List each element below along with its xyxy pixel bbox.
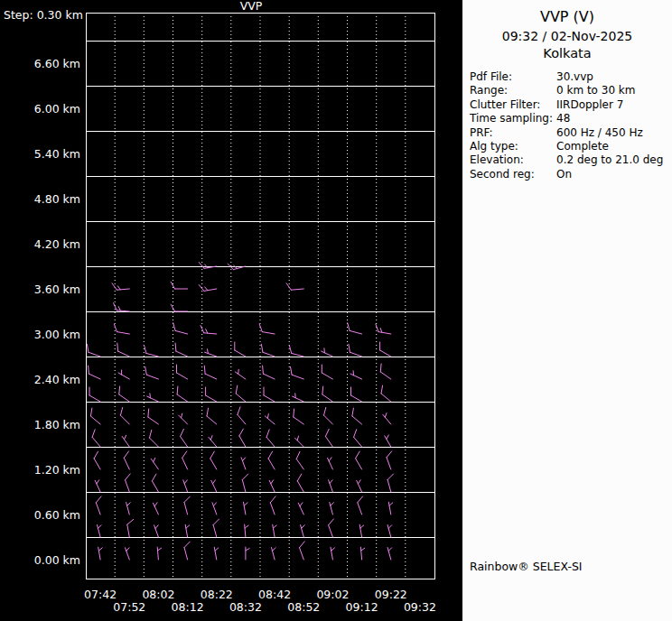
param-row-range: Range:0 km to 30 km [470, 84, 672, 97]
wind-barb [201, 326, 217, 334]
wind-barb [236, 385, 246, 402]
wind-barb [296, 451, 303, 469]
wind-barb [204, 366, 217, 379]
wind-barb [239, 429, 246, 447]
param-label: Time sampling: [470, 112, 556, 125]
y-tick-label: 1.20 km [34, 463, 80, 477]
wind-barb [356, 451, 362, 469]
wind-barb [381, 385, 391, 402]
wind-barb [273, 524, 277, 537]
y-tick-label: 0.60 km [34, 508, 80, 522]
wind-barb [147, 394, 159, 402]
wind-barb [264, 387, 275, 402]
param-row-second-reg: Second reg:On [470, 168, 672, 181]
wind-barb [122, 435, 129, 447]
radar-site-name: Kolkata [462, 46, 672, 60]
wind-barb [269, 480, 275, 492]
product-title: VVP (V) [462, 0, 672, 25]
wind-barb [89, 387, 100, 402]
vendor-brand-text: Rainbow® SELEX-SI [470, 560, 583, 573]
y-tick-label: 3.60 km [34, 283, 80, 296]
wind-profile-plot-panel: VVPStep: 0.30 km6.60 km6.00 km5.40 km4.8… [0, 0, 462, 621]
wind-barb [330, 503, 334, 515]
wind-barb [387, 525, 392, 538]
wind-barb [246, 547, 249, 560]
x-tick-label: 08:02 [142, 588, 174, 601]
param-row-prf: PRF:600 Hz / 450 Hz [470, 126, 672, 140]
wind-barb [199, 285, 217, 292]
param-row-pdf-file: Pdf File:30.vvp [470, 70, 672, 84]
y-tick-label: 1.80 km [34, 418, 80, 431]
wind-barb [329, 519, 334, 537]
vvp-application-window: VVPStep: 0.30 km6.60 km6.00 km5.40 km4.8… [0, 0, 672, 621]
wind-barb [291, 366, 304, 379]
x-tick-label: 08:42 [258, 588, 291, 601]
wind-barb [387, 548, 392, 561]
wind-barb [211, 480, 217, 492]
wind-barb [349, 344, 362, 357]
wind-barb [120, 407, 129, 424]
wind-barb [376, 324, 391, 334]
product-info-panel: VVP (V) 09:32 / 02-Nov-2025 Kolkata Pdf … [462, 0, 672, 621]
wind-barb [150, 430, 159, 447]
wind-barb [205, 349, 217, 357]
wind-barb [352, 408, 362, 424]
x-tick-label: 08:32 [229, 600, 262, 614]
wind-barb [387, 451, 392, 469]
wind-barb [181, 429, 188, 447]
wind-barb [259, 324, 275, 334]
param-row-alg-type: Alg type:Complete [470, 140, 672, 153]
wind-barb [98, 525, 102, 538]
wind-barb [213, 519, 219, 537]
wind-barb [322, 386, 333, 402]
wind-barb [182, 451, 188, 469]
horizontal-gridlines [86, 41, 434, 537]
wind-barb [242, 474, 247, 492]
wind-barb [322, 365, 332, 379]
wind-barb [92, 430, 100, 447]
product-datetime: 09:32 / 02-Nov-2025 [462, 29, 672, 43]
x-tick-label: 09:02 [316, 588, 349, 601]
wind-barb [351, 387, 362, 402]
product-parameters: Pdf File:30.vvp Range:0 km to 30 km Clut… [470, 70, 672, 181]
wind-barb [151, 458, 158, 469]
wind-barb [118, 370, 129, 379]
wind-barb [350, 371, 362, 379]
wind-barb [358, 496, 363, 514]
y-axis-labels: 6.60 km6.00 km5.40 km4.80 km4.20 km3.60 … [34, 57, 80, 567]
wind-barb [298, 503, 303, 514]
wind-barb [265, 414, 275, 424]
wind-barb [185, 524, 190, 537]
y-tick-label: 6.00 km [34, 102, 80, 116]
param-label: Second reg: [470, 168, 556, 181]
param-value: Complete [556, 140, 609, 153]
wind-barb [293, 394, 304, 402]
wind-barb [114, 324, 129, 334]
wind-barb [126, 548, 130, 560]
x-tick-label: 08:12 [172, 600, 204, 614]
wind-barb [184, 542, 190, 560]
step-label: Step: 0.30 km [4, 8, 83, 22]
y-tick-label: 4.80 km [34, 192, 80, 206]
wind-barb [148, 409, 159, 424]
param-value: On [556, 168, 572, 181]
x-tick-label: 09:12 [346, 600, 378, 614]
param-value: 30.vvp [556, 70, 593, 84]
wind-barb [114, 303, 130, 311]
wind-barb [360, 547, 364, 560]
wind-barb [175, 343, 188, 357]
y-tick-label: 0.00 km [34, 553, 80, 567]
wind-barb [385, 435, 391, 447]
wind-barb [154, 525, 159, 537]
param-label: Elevation: [470, 153, 556, 167]
wind-barb [294, 409, 304, 424]
param-row-elevation: Elevation:0.2 deg to 21.0 deg [470, 153, 672, 167]
wind-barb [212, 503, 217, 514]
wind-barb [387, 474, 393, 492]
wind-barb [331, 547, 335, 560]
param-label: Clutter Filter: [470, 98, 556, 112]
param-label: PRF: [470, 126, 556, 140]
param-value: 0.2 deg to 21.0 deg [556, 153, 663, 167]
wind-barb [210, 451, 217, 469]
wind-barb [270, 496, 275, 514]
